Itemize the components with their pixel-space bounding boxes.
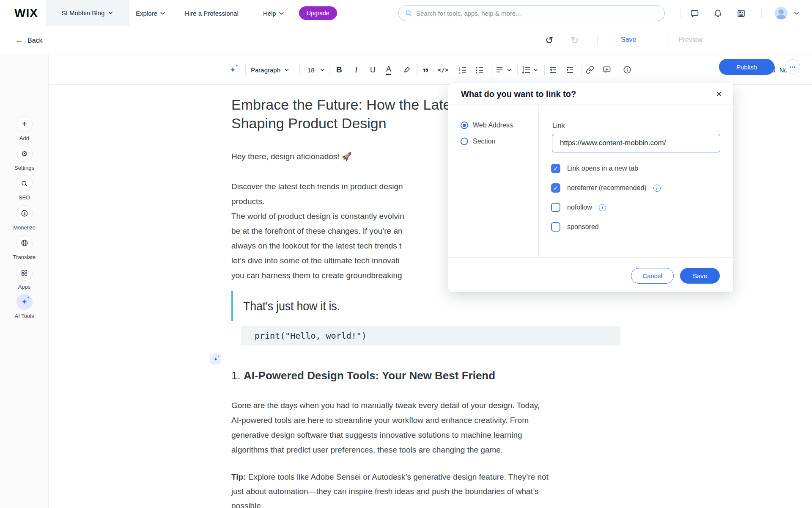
sidebar-item-ai-tools[interactable]: ✦✦ AI Tools xyxy=(0,294,49,319)
sidebar-item-translate[interactable]: Translate xyxy=(0,235,49,260)
alignment-dropdown[interactable] xyxy=(495,55,511,85)
dollar-circle-icon: $ xyxy=(21,210,28,217)
decrease-indent-button[interactable] xyxy=(549,55,557,85)
divider xyxy=(544,64,545,75)
sidebar-item-apps[interactable]: Apps xyxy=(0,265,49,290)
font-size-dropdown[interactable]: 18 xyxy=(307,55,324,85)
body-paragraph[interactable]: Gone are the days when you had to manual… xyxy=(231,398,540,457)
link-url-input[interactable] xyxy=(552,134,720,152)
radio-section[interactable]: Section xyxy=(461,138,495,145)
underline-button[interactable]: U xyxy=(370,55,376,85)
divider xyxy=(680,8,680,18)
avatar-head xyxy=(779,9,784,14)
info-icon[interactable]: i xyxy=(599,204,606,211)
code-button[interactable]: </> xyxy=(438,55,448,85)
save-button[interactable]: Save xyxy=(680,268,720,284)
chevron-down-icon xyxy=(160,12,165,15)
gear-icon: ⚙ xyxy=(21,149,27,158)
checkbox-noreferrer[interactable]: ✓ noreferrer (recommended) i xyxy=(551,183,661,193)
line-spacing-dropdown[interactable] xyxy=(521,55,538,85)
checkbox-new-tab[interactable]: ✓ Link opens in a new tab xyxy=(551,164,638,173)
link-field-label: Link xyxy=(552,122,565,130)
editor-top-bar: ← Back ↺ ↻ Save Preview Publish ••• xyxy=(0,26,812,55)
publish-button[interactable]: Publish xyxy=(719,59,774,75)
divider xyxy=(761,8,762,18)
divider xyxy=(329,64,329,75)
link-dialog-header: What do you want to link to? ✕ xyxy=(448,83,733,105)
checkbox-checked[interactable]: ✓ xyxy=(551,183,560,193)
checkbox-checked[interactable]: ✓ xyxy=(551,164,560,173)
blockquote[interactable]: That's just how it is. xyxy=(231,291,351,321)
add-comment-button[interactable] xyxy=(603,55,611,85)
increase-indent-button[interactable] xyxy=(565,55,574,85)
wix-logo: WIX xyxy=(14,0,38,26)
body-paragraph[interactable]: Discover the latest tech trends in produ… xyxy=(231,179,404,283)
checkbox-unchecked[interactable] xyxy=(551,222,560,232)
globe-icon xyxy=(21,239,28,247)
divider xyxy=(245,64,246,75)
chevron-down-icon xyxy=(320,69,324,71)
account-menu-chevron-icon[interactable] xyxy=(794,12,799,15)
account-avatar[interactable] xyxy=(775,7,787,19)
post-title[interactable]: Embrace the Future: How the Late Shaping… xyxy=(231,95,451,133)
avatar-shoulders xyxy=(776,15,786,19)
site-switcher[interactable]: SLMobbin Blog xyxy=(46,0,129,26)
insert-link-button[interactable] xyxy=(586,55,594,85)
updates-news-icon[interactable] xyxy=(736,8,746,18)
plus-icon: + xyxy=(22,119,27,129)
checkbox-sponsored[interactable]: sponsored xyxy=(551,222,599,232)
checkbox-nofollow[interactable]: nofollow i xyxy=(551,203,606,212)
radio-web-address[interactable]: Web Address xyxy=(461,121,513,129)
cancel-button[interactable]: Cancel xyxy=(631,268,674,284)
global-search[interactable] xyxy=(398,5,665,21)
close-icon[interactable]: ✕ xyxy=(714,89,724,99)
nav-explore[interactable]: Explore xyxy=(136,0,165,26)
svg-text:3: 3 xyxy=(459,72,461,74)
bullet-list-button[interactable] xyxy=(475,55,484,85)
svg-text:$: $ xyxy=(23,211,25,215)
sidebar-item-settings[interactable]: ⚙ Settings xyxy=(0,146,49,171)
highlight-button[interactable] xyxy=(403,55,411,85)
code-block[interactable]: print("Hello, world!") xyxy=(241,326,620,345)
intro-paragraph[interactable]: Hey there, design aficionados! 🚀 xyxy=(231,152,352,161)
preview-link[interactable]: Preview xyxy=(678,36,702,44)
sidebar-item-add[interactable]: + Add xyxy=(0,116,49,141)
dialog-title: What do you want to link to? xyxy=(461,89,576,99)
top-bar: WIX SLMobbin Blog Explore Hire a Profess… xyxy=(0,0,812,26)
notifications-bell-icon[interactable] xyxy=(713,8,723,18)
redo-button[interactable]: ↻ xyxy=(569,35,581,47)
info-icon[interactable]: i xyxy=(653,185,661,192)
info-icon xyxy=(623,66,631,74)
sidebar-item-monetize[interactable]: $ Monetize xyxy=(0,205,49,231)
back-button[interactable]: ← Back xyxy=(15,26,43,55)
divider xyxy=(582,64,582,75)
inline-ai-button[interactable]: ✦✦ xyxy=(210,353,221,364)
italic-button[interactable]: I xyxy=(355,55,357,85)
ai-assistant-button[interactable]: ✦✦ xyxy=(230,55,236,85)
paragraph-style-dropdown[interactable]: Paragraph xyxy=(251,55,289,85)
divider xyxy=(417,64,418,75)
chat-icon[interactable] xyxy=(689,8,700,18)
nav-help[interactable]: Help xyxy=(263,0,284,26)
text-color-button[interactable]: A xyxy=(386,65,391,75)
search-input[interactable] xyxy=(416,10,658,17)
info-button[interactable] xyxy=(623,55,631,85)
radio-button-selected[interactable] xyxy=(461,121,468,129)
divider xyxy=(454,64,454,75)
section-heading[interactable]: 1. AI-Powered Design Tools: Your New Bes… xyxy=(231,369,495,382)
blockquote-button[interactable]: ” xyxy=(422,55,429,85)
sidebar-item-seo[interactable]: SEO xyxy=(0,175,49,201)
search-icon xyxy=(405,9,412,17)
undo-button[interactable]: ↺ xyxy=(543,35,555,47)
tip-paragraph[interactable]: Tip: Explore tools like Adobe Sensei or … xyxy=(231,470,549,508)
bold-button[interactable]: B xyxy=(336,55,342,85)
upgrade-button[interactable]: Upgrade xyxy=(299,6,337,20)
nav-hire-a-professional[interactable]: Hire a Professional xyxy=(185,0,239,26)
numbered-list-button[interactable]: 123 xyxy=(458,55,467,85)
radio-button[interactable] xyxy=(461,138,468,145)
comment-plus-icon xyxy=(603,66,611,74)
checkbox-unchecked[interactable] xyxy=(551,203,560,212)
more-options-button[interactable]: ••• xyxy=(785,59,800,75)
link-dialog: What do you want to link to? ✕ Web Addre… xyxy=(448,83,733,292)
save-link[interactable]: Save xyxy=(621,36,636,44)
